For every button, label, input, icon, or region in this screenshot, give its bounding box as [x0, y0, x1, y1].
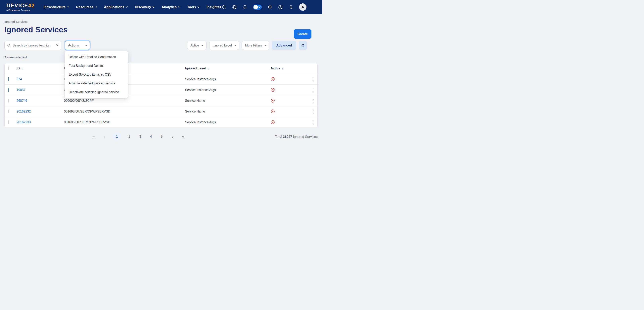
row-ignored-level: Service Instance Args: [185, 88, 270, 92]
row-id-link[interactable]: 19057: [16, 88, 26, 92]
search-box: ✕: [4, 41, 61, 50]
search-icon[interactable]: [222, 5, 226, 10]
column-header-active[interactable]: Active: [270, 67, 294, 70]
table-row: 20162233 001695/QUSER/QPWFSERVSD Service…: [4, 117, 318, 127]
nav-menu-item[interactable]: Resources: [76, 5, 96, 9]
sun-icon: [258, 6, 261, 9]
table-body: 574 0 Service Instance Args 19057 0: [4, 74, 318, 127]
select-all-checkbox[interactable]: [8, 66, 8, 70]
navbar-right-icons: ⚙ ? A: [222, 4, 306, 11]
actions-menu-item[interactable]: Fast Background Delete: [65, 61, 128, 70]
row-checkbox[interactable]: [8, 109, 8, 113]
svg-text:?: ?: [280, 6, 281, 9]
page-title: Ignored Services: [4, 25, 318, 34]
pagination-pages: 1 2 3 4 5: [113, 132, 164, 141]
column-header-ignored-level[interactable]: Ignored Level: [185, 67, 270, 70]
row-id-link[interactable]: 574: [16, 77, 22, 81]
pagination-page-button[interactable]: 3: [138, 132, 142, 141]
nav-menu-item[interactable]: Applications: [104, 5, 128, 9]
chevron-down-icon: [198, 6, 200, 8]
nav-menu-item[interactable]: Discovery: [135, 5, 154, 9]
table-row: 19057 0 Service Instance Args: [4, 84, 318, 95]
pagination-first-button[interactable]: «: [91, 135, 96, 139]
ignored-services-table: ID Ignored Text Ignored Level Active 574…: [4, 63, 318, 128]
actions-dropdown-menu: Delete with Detailed Confirmation Fast B…: [64, 51, 128, 98]
row-actions-menu-button[interactable]: [311, 89, 314, 91]
actions-menu-item[interactable]: Deactivate selected ignored service: [65, 88, 128, 97]
clear-search-icon[interactable]: ✕: [56, 44, 59, 47]
actions-menu-item[interactable]: Export Selected items as CSV: [65, 70, 128, 79]
user-avatar[interactable]: A: [299, 4, 306, 11]
chevron-down-icon: [178, 6, 180, 8]
inactive-status-icon: [270, 120, 275, 124]
filter-selects: Active ...nored Level More Filters: [187, 41, 269, 50]
row-actions-menu-button[interactable]: [311, 100, 314, 102]
pagination-page-button[interactable]: 1: [113, 132, 121, 141]
search-icon: [7, 44, 11, 47]
actions-menu-item[interactable]: Activate selected ignored service: [65, 79, 128, 88]
theme-toggle[interactable]: [253, 5, 262, 10]
pagination-last-button[interactable]: »: [181, 135, 186, 139]
row-actions-menu-button[interactable]: [311, 78, 314, 80]
chevron-down-icon: [95, 6, 97, 8]
row-id-link[interactable]: 268746: [16, 99, 27, 102]
brand-tagline: A Freshworks Company: [6, 9, 35, 11]
pagination-next-button[interactable]: ›: [170, 135, 175, 139]
bookmark-icon[interactable]: [288, 5, 293, 10]
nav-menu-item[interactable]: Insights+: [206, 5, 222, 9]
sort-icon: [207, 67, 209, 70]
row-actions-menu-button[interactable]: [311, 121, 314, 123]
device42-logo[interactable]: DEVICE42 A Freshworks Company: [6, 3, 35, 11]
selection-status: 2 items selected: [4, 55, 318, 59]
toggle-knob: [254, 5, 258, 9]
row-checkbox[interactable]: [8, 88, 8, 92]
row-id-link[interactable]: 20162232: [16, 110, 31, 113]
table-footer: « ‹ 1 2 3 4 5 › » Total 36947 Ignored Se…: [4, 132, 318, 141]
table-row: 20162232 001695/QUSER/QPWFSERVSD Service…: [4, 106, 318, 117]
row-actions-menu-button[interactable]: [311, 110, 314, 113]
total-count: 36947: [283, 135, 292, 138]
gear-icon[interactable]: ⚙: [268, 5, 272, 10]
chevron-down-icon: [234, 44, 236, 46]
row-ignored-text: 001695/QUSER/QPWFSERVSD: [64, 110, 185, 113]
pagination-page-button[interactable]: 5: [159, 132, 164, 141]
row-ignored-text: 000000/QSYS/SCPF: [64, 99, 185, 102]
nav-menu-item[interactable]: Tools: [187, 5, 199, 9]
search-input[interactable]: [12, 44, 54, 47]
main-nav-menu: Infrastructure Resources Applications Di…: [44, 5, 222, 9]
globe-icon[interactable]: [232, 5, 237, 10]
inactive-status-icon: [270, 99, 275, 103]
brand-name: DEVICE42: [6, 3, 35, 8]
create-button[interactable]: Create: [294, 29, 312, 39]
row-ignored-level: Service Instance Args: [185, 77, 270, 81]
row-checkbox[interactable]: [8, 120, 8, 124]
filter-select[interactable]: Active: [187, 41, 206, 50]
table-settings-button[interactable]: ⚙: [299, 41, 307, 50]
filter-select[interactable]: ...nored Level: [209, 41, 239, 50]
breadcrumb[interactable]: Ignored Services: [4, 20, 28, 24]
actions-menu-item[interactable]: Delete with Detailed Confirmation: [65, 53, 128, 61]
row-id-link[interactable]: 20162233: [16, 120, 31, 124]
chevron-down-icon: [67, 6, 69, 8]
pagination-page-button[interactable]: 4: [148, 132, 153, 141]
advanced-filters-button[interactable]: Advanced: [272, 41, 296, 50]
pagination-page-button[interactable]: 2: [127, 132, 132, 141]
bell-icon[interactable]: [242, 5, 247, 10]
table-row: 268746 000000/QSYS/SCPF Service Name: [4, 95, 318, 106]
chevron-down-icon: [202, 44, 204, 46]
row-ignored-level: Service Name: [185, 99, 270, 102]
nav-menu-item[interactable]: Infrastructure: [44, 5, 69, 9]
filter-select[interactable]: More Filters: [242, 41, 269, 50]
row-checkbox[interactable]: [8, 99, 8, 102]
selection-count: 2: [4, 55, 6, 59]
nav-menu-item[interactable]: Analytics: [162, 5, 180, 9]
inactive-status-icon: [270, 77, 275, 81]
actions-dropdown-button[interactable]: Actions: [65, 41, 90, 50]
actions-label: Actions: [68, 44, 79, 47]
row-checkbox[interactable]: [8, 77, 8, 81]
help-icon[interactable]: ?: [278, 5, 283, 10]
pagination-prev-button[interactable]: ‹: [102, 135, 107, 139]
sort-icon: [282, 67, 283, 70]
brand-accent: 42: [28, 3, 35, 9]
column-header-id[interactable]: ID: [16, 67, 64, 70]
